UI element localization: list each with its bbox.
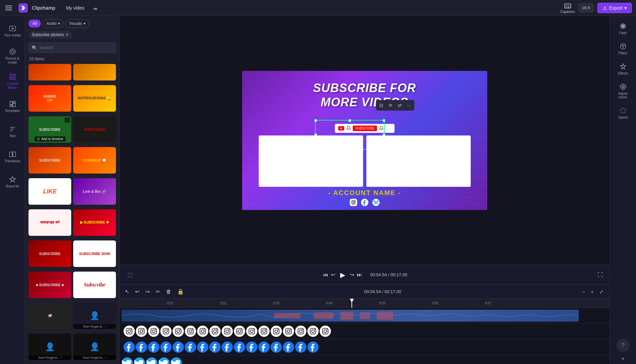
sidebar-item-content-library[interactable]: Contentlibrary xyxy=(0,69,25,94)
cut-button[interactable]: ✂ xyxy=(154,287,161,296)
list-item[interactable]: tSWIREUP! xyxy=(28,85,71,112)
filters-button[interactable]: Filters xyxy=(610,39,636,59)
instagram-icon xyxy=(124,326,135,337)
speed-button[interactable]: Speed xyxy=(610,103,636,123)
list-item[interactable]: ■ SUBSCRIBE ■ xyxy=(28,272,71,298)
list-item[interactable]: SUBSCRIBE ··· ➕ Add to timeline xyxy=(28,116,71,143)
fullscreen-button[interactable]: ⛶ xyxy=(598,272,603,278)
export-button[interactable]: Export ▾ xyxy=(597,3,632,13)
account-section: - ACCOUNT NAME - xyxy=(242,189,487,206)
svg-point-109 xyxy=(314,329,315,330)
zoom-out-button[interactable]: − xyxy=(580,288,587,295)
fade-button[interactable]: Fade xyxy=(610,19,636,39)
svg-point-93 xyxy=(265,329,266,330)
main-video-clip[interactable] xyxy=(122,310,579,322)
playhead[interactable] xyxy=(351,299,352,308)
timeline-toolbar: ↖ ↩ ↪ ✂ 🗑 🔒 00:04.54 / 00:17.00 − + ⤢ xyxy=(120,285,610,299)
list-item[interactable]: सब्सक्राइब करे xyxy=(28,209,71,236)
hamburger-menu[interactable] xyxy=(4,3,15,13)
sidebar-item-brand-kit[interactable]: Brand kit xyxy=(0,170,25,195)
skip-back-button[interactable]: ⏮ xyxy=(322,271,330,279)
crop-button[interactable]: ⊡ xyxy=(377,101,385,109)
svg-point-81 xyxy=(229,329,230,330)
select-tool[interactable]: ↖ xyxy=(124,287,131,296)
list-item[interactable]: NOTIFICATIONS 🔔 xyxy=(73,85,116,112)
svg-rect-5 xyxy=(13,74,15,76)
captions-button[interactable]: Captions xyxy=(560,2,575,14)
list-item[interactable]: Link & Bio 🔗 xyxy=(73,178,116,205)
list-item[interactable]: Subscribe xyxy=(73,272,116,298)
subscribe-stickers-tag[interactable]: Subscribe stickers ✕ xyxy=(28,31,72,38)
list-item[interactable]: 👤 "Don't forget to ..." xyxy=(73,302,116,329)
undo-button[interactable]: ↩ xyxy=(134,287,141,296)
collapse-panel-button[interactable]: ▾ xyxy=(622,356,624,361)
more-options-button[interactable]: ··· xyxy=(405,101,413,109)
svg-point-82 xyxy=(234,326,245,337)
list-item[interactable] xyxy=(28,64,71,80)
delete-button[interactable]: 🗑 xyxy=(165,287,173,296)
content-panel: All Audio ▾ Visuals ▾ Subscribe stickers… xyxy=(25,16,120,364)
sidebar-item-text[interactable]: Text xyxy=(0,119,25,144)
app-logo xyxy=(19,3,28,13)
list-item[interactable]: SUBSCRIBE NOW xyxy=(73,240,116,267)
active-tag-row: Subscribe stickers ✕ xyxy=(25,30,119,41)
zoom-fit-button[interactable]: ⤢ xyxy=(598,288,606,295)
video-title[interactable]: My video xyxy=(66,5,84,11)
list-item[interactable] xyxy=(73,64,116,80)
filter-all[interactable]: All xyxy=(28,20,41,27)
help-button[interactable]: ? xyxy=(616,339,630,352)
filter-audio[interactable]: Audio ▾ xyxy=(43,19,64,28)
sidebar-item-templates[interactable]: Templates xyxy=(0,94,25,119)
main-area: Your media Record &create Contentlibrary… xyxy=(0,16,636,364)
svg-point-77 xyxy=(216,329,217,330)
play-button[interactable]: ▶ xyxy=(337,269,348,281)
screenshot-icon[interactable]: ⬚ xyxy=(126,270,134,279)
handle-top-right[interactable] xyxy=(383,119,385,122)
zoom-in-button[interactable]: + xyxy=(589,288,596,295)
handle-top-left[interactable] xyxy=(314,119,317,122)
canvas-main: .gl{stroke:#ff88ff;stroke-width:0.5;opac… xyxy=(120,16,610,265)
svg-rect-8 xyxy=(10,101,12,105)
loop-button[interactable]: ⟳ xyxy=(387,101,395,109)
instagram-track xyxy=(120,323,610,339)
list-item[interactable]: SUBSCRIBE xyxy=(28,240,71,267)
search-input[interactable] xyxy=(28,42,116,53)
svg-point-94 xyxy=(271,326,282,337)
cloud-save-icon: ☁ xyxy=(92,5,98,11)
thumbnail-right xyxy=(366,135,471,187)
replace-button[interactable]: ⇄ xyxy=(396,101,404,109)
list-item[interactable]: ▶ SUBSCRIBE ✚ xyxy=(73,209,116,236)
sidebar-item-your-media[interactable]: Your media xyxy=(0,19,25,44)
facebook-track xyxy=(120,339,610,355)
forward-button[interactable]: ↪ xyxy=(348,270,355,279)
item-menu[interactable]: ··· xyxy=(65,118,70,123)
redo-button[interactable]: ↪ xyxy=(144,287,151,296)
rewind-button[interactable]: ↩ xyxy=(330,270,337,279)
playhead-marker xyxy=(350,299,354,303)
list-item[interactable]: 👤 "Don't forget to ..." xyxy=(28,334,71,360)
sidebar-item-transitions[interactable]: Transitions xyxy=(0,144,25,170)
items-count: 22 items xyxy=(25,55,119,63)
lock-button[interactable]: 🔒 xyxy=(176,287,185,296)
thumbnail-left xyxy=(259,135,363,187)
svg-point-78 xyxy=(222,326,233,337)
timeline-content: 0:01 0:02 0:03 0:04 0:05 0:06 0:07 xyxy=(120,299,610,364)
filter-visuals[interactable]: Visuals ▾ xyxy=(66,19,89,28)
list-item[interactable]: 👤 "Don't forget to ..." xyxy=(73,334,116,360)
svg-point-90 xyxy=(258,326,270,337)
adjust-colors-button[interactable]: Adjustcolors xyxy=(610,79,636,103)
svg-rect-7 xyxy=(13,78,15,79)
timeline-body: 0:01 0:02 0:03 0:04 0:05 0:06 0:07 xyxy=(120,299,610,364)
sidebar-item-record-create[interactable]: Record &create xyxy=(0,44,25,69)
aspect-ratio-selector[interactable]: 16:9 xyxy=(579,4,593,12)
skip-forward-button[interactable]: ⏭ xyxy=(355,271,363,279)
list-item[interactable]: COMMENT 💬 xyxy=(73,147,116,174)
list-item[interactable]: 📢 xyxy=(28,302,71,329)
effects-button[interactable]: Effects xyxy=(610,59,636,79)
list-item[interactable]: SUBSCRIBE xyxy=(28,147,71,174)
topbar: Clipchamp My video ☁ Captions 16:9 Expor… xyxy=(0,0,636,16)
remove-tag-button[interactable]: ✕ xyxy=(66,32,69,37)
list-item[interactable]: SUBSCRIBE xyxy=(73,116,116,143)
list-item[interactable]: LIKE xyxy=(28,178,71,205)
handle-top-mid[interactable] xyxy=(348,119,351,122)
